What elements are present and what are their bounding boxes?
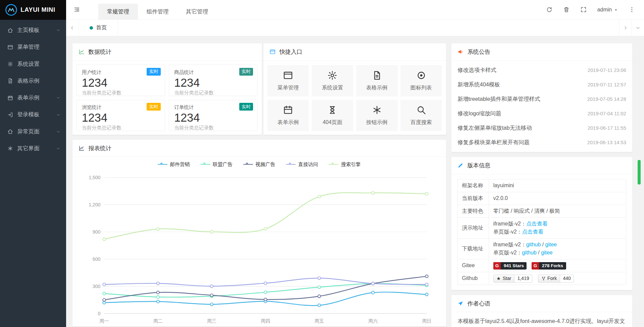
- stat-value: 1234: [82, 111, 160, 124]
- fullscreen-button[interactable]: [575, 0, 592, 19]
- quick-entry-icon-list[interactable]: 图标列表: [400, 65, 442, 96]
- demo-iframe-link[interactable]: 点击查看: [526, 221, 548, 227]
- stat-value: 1234: [174, 76, 252, 89]
- version-info-card: 版本信息 框架名称 layuimini 当前版本 v2.0.0: [451, 157, 632, 290]
- announcement-time: 2019-06-13 14:53: [587, 140, 626, 145]
- github-star-widget[interactable]: Star 1,419: [493, 275, 533, 283]
- quick-entry-404-page[interactable]: 404页面: [312, 100, 353, 131]
- announcement-item[interactable]: 新增系统404模板 2019-07-11 12:57: [457, 77, 626, 92]
- stat-label: 用户统计: [82, 70, 102, 75]
- announcement-time: 2019-07-11 23:06: [588, 68, 626, 73]
- sidebar-item-system-settings[interactable]: 系统设置: [0, 56, 66, 73]
- tabs-scroll-right-button[interactable]: [619, 20, 632, 36]
- stats-grid: 用户统计 实时 1234 当前分类总记录数 商品统计 实时 1234 当前分类总…: [72, 60, 262, 135]
- legend-item[interactable]: 视频广告: [243, 161, 276, 168]
- legend-item[interactable]: 联盟广告: [200, 161, 233, 168]
- sidebar-item-menu-manage[interactable]: 菜单管理: [0, 39, 66, 55]
- legend-marker-icon: [158, 162, 167, 166]
- sidebar-item-label: 菜单管理: [17, 43, 39, 51]
- version-key: 下载地址: [458, 238, 489, 259]
- quick-entry-table-demo[interactable]: 表格示例: [356, 65, 398, 96]
- tab-bar: 首页: [66, 20, 644, 36]
- sidebar-item-label: 表格示例: [17, 77, 39, 85]
- legend-item[interactable]: 直接访问: [286, 161, 318, 168]
- announcement-item[interactable]: 新增treetable插件和菜单管理样式 2019-07-05 14:28: [457, 92, 626, 106]
- user-menu[interactable]: admin: [592, 0, 623, 19]
- announcement-item[interactable]: 修复多模块菜单栏展开有问题 2019-06-13 14:53: [457, 135, 626, 150]
- tab-general-manage[interactable]: 常规管理: [98, 4, 138, 19]
- sidebar-item-other-ui[interactable]: 其它界面: [0, 140, 66, 157]
- stat-label: 订单统计: [174, 105, 194, 110]
- download-github-link[interactable]: github: [526, 242, 541, 247]
- quick-entry-button-demo[interactable]: 按钮示例: [356, 100, 398, 131]
- logo[interactable]: LAYUI MINI: [0, 0, 66, 20]
- stat-card-users[interactable]: 用户统计 实时 1234 当前分类总记录数: [77, 65, 165, 96]
- card-header: 快捷入口: [263, 43, 446, 60]
- announcement-item[interactable]: 修复左侧菜单缩放tab无法移动 2019-06-17 11:55: [457, 121, 626, 135]
- demo-spa-link[interactable]: 点击查看: [522, 229, 544, 235]
- announcement-item[interactable]: 修改选项卡样式 2019-07-11 23:06: [457, 63, 626, 78]
- version-value: v2.0.0: [489, 192, 626, 205]
- sidebar-item-home-template[interactable]: 主页模板: [0, 22, 66, 39]
- quick-entry-card: 快捷入口 菜单管理 系统设置: [263, 43, 446, 135]
- sidebar-item-error-pages[interactable]: 异常页面: [0, 123, 66, 140]
- sidebar-item-label: 登录模板: [17, 111, 39, 118]
- more-menu-button[interactable]: [623, 0, 640, 19]
- download-gitee-link[interactable]: gitee: [545, 242, 557, 247]
- quick-entry-baidu-search[interactable]: 百度搜索: [400, 100, 442, 131]
- svg-text:900: 900: [93, 229, 101, 235]
- stat-card-orders[interactable]: 订单统计 实时 1234 当前分类总记录数: [169, 100, 257, 131]
- stat-card-goods[interactable]: 商品统计 实时 1234 当前分类总记录数: [169, 65, 257, 96]
- author-text: 本模板基于layui2.5.4以及font-awesome-4.7.0进行实现。…: [451, 312, 632, 327]
- quick-entry-menu-manage[interactable]: 菜单管理: [267, 65, 309, 96]
- chevron-left-icon: [69, 25, 75, 31]
- gitee-logo: G: [493, 262, 501, 270]
- version-value: iframe版-v2：github / gitee 单页版-v2：github …: [489, 238, 626, 259]
- table-row: 框架名称 layuimini: [458, 179, 626, 192]
- gitee-forks-badge[interactable]: G278 Forks: [532, 262, 566, 270]
- chevron-down-icon: [56, 95, 60, 100]
- sidebar-item-login-template[interactable]: 登录模板: [0, 106, 66, 123]
- card-title: 数据统计: [89, 48, 112, 56]
- tab-other-manage[interactable]: 其它管理: [177, 4, 217, 19]
- github-fork-widget[interactable]: Fork 440: [538, 275, 574, 283]
- announcement-item[interactable]: 修改logo缩放问题 2019-07-04 11:02: [457, 106, 626, 121]
- tabs-scroll-left-button[interactable]: [66, 20, 79, 36]
- sidebar-item-form-demo[interactable]: 表单示例: [0, 89, 66, 106]
- download-gitee-link[interactable]: gitee: [541, 250, 553, 255]
- paper-plane-icon: [457, 300, 463, 306]
- gitee-stars-count: 941 Stars: [501, 262, 527, 270]
- scrollbar-thumb[interactable]: [638, 160, 641, 185]
- status-badge: 实时: [239, 68, 253, 76]
- legend-item[interactable]: 搜索引擎: [329, 161, 361, 168]
- version-value: iframe版-v2：点击查看 单页版-v2：点击查看: [489, 217, 626, 238]
- tabs-menu-button[interactable]: [632, 20, 644, 36]
- asterisk-icon: [7, 146, 13, 151]
- gitee-stars-badge[interactable]: G941 Stars: [493, 262, 527, 270]
- stat-card-views[interactable]: 浏览统计 实时 1234 当前分类总记录数: [77, 100, 165, 131]
- download-line-label: 单页版-v2：: [493, 250, 522, 255]
- quick-entry-system-settings[interactable]: 系统设置: [312, 65, 353, 96]
- download-github-link[interactable]: github: [522, 250, 537, 255]
- legend-label: 搜索引擎: [341, 161, 361, 168]
- caret-down-icon: [613, 7, 618, 12]
- stat-desc: 当前分类总记录数: [174, 125, 252, 131]
- sidebar-item-label: 主页模板: [17, 27, 39, 34]
- sidebar-item-table-demo[interactable]: 表格示例: [0, 73, 66, 89]
- sidebar-toggle-button[interactable]: [66, 0, 88, 19]
- chevron-down-icon: [56, 129, 60, 134]
- version-key: 框架名称: [458, 179, 489, 192]
- tab-component-manage[interactable]: 组件管理: [138, 4, 178, 19]
- legend-item[interactable]: 邮件营销: [158, 161, 190, 168]
- quick-entry-form-demo[interactable]: 表单示例: [267, 100, 309, 131]
- clear-cache-button[interactable]: [558, 0, 575, 19]
- svg-text:周三: 周三: [207, 318, 216, 324]
- refresh-button[interactable]: [541, 0, 558, 19]
- chevron-down-icon: [56, 146, 60, 151]
- version-table: 框架名称 layuimini 当前版本 v2.0.0 主要特色 零门槛 / 响应…: [457, 179, 626, 285]
- tab-home[interactable]: 首页: [79, 20, 118, 36]
- chevron-down-icon: [56, 113, 60, 117]
- announcement-text: 新增系统404模板: [457, 81, 500, 88]
- report-line-chart[interactable]: 03006009001,2001,500周一周二周三周四周五周六周日: [72, 172, 446, 326]
- github-star-count: 1,419: [514, 275, 532, 283]
